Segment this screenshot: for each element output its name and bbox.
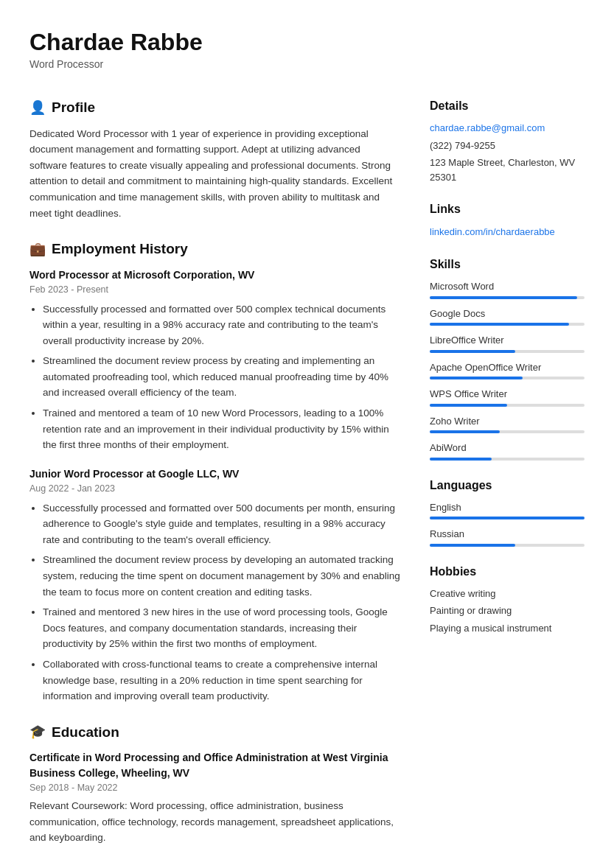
language-bar-fill <box>430 517 585 519</box>
skill-name: WPS Office Writer <box>430 387 585 402</box>
employment-section-title: 💼 Employment History <box>29 239 400 260</box>
skills-list: Microsoft Word Google Docs LibreOffice W… <box>430 279 585 461</box>
email-item: chardae.rabbe@gmail.com <box>430 121 585 136</box>
hobby-item: Creative writing <box>430 587 585 601</box>
details-section: Details chardae.rabbe@gmail.com (322) 79… <box>430 97 585 184</box>
languages-title: Languages <box>430 477 585 494</box>
list-item: Streamlined the document review process … <box>43 353 400 401</box>
profile-section: 👤 Profile Dedicated Word Processor with … <box>29 97 400 221</box>
skill-bar-bg <box>430 458 585 461</box>
skill-item: Microsoft Word <box>430 279 585 299</box>
list-item: Collaborated with cross-functional teams… <box>43 657 400 704</box>
edu-text: Relevant Coursework: Word processing, of… <box>29 798 400 846</box>
education-icon: 🎓 <box>29 722 46 742</box>
skill-bar-fill <box>430 323 569 326</box>
skill-bar-bg <box>430 404 585 407</box>
language-item: Russian <box>430 527 585 547</box>
job-2: Junior Word Processor at Google LLC, WV … <box>29 466 400 704</box>
details-title: Details <box>430 97 585 115</box>
language-item: English <box>430 500 585 520</box>
edu-date: Sep 2018 - May 2022 <box>29 781 400 795</box>
candidate-title: Word Processor <box>29 57 585 72</box>
list-item: Trained and mentored 3 new hires in the … <box>43 604 400 652</box>
skill-name: AbiWord <box>430 441 585 455</box>
job-2-bullets: Successfully processed and formatted ove… <box>29 500 400 704</box>
skill-name: Zoho Writer <box>430 414 585 429</box>
skills-title: Skills <box>430 256 585 273</box>
main-layout: 👤 Profile Dedicated Word Processor with … <box>29 97 585 864</box>
skill-name: Apache OpenOffice Writer <box>430 360 585 375</box>
skill-item: AbiWord <box>430 441 585 461</box>
skill-item: Apache OpenOffice Writer <box>430 360 585 380</box>
skill-bar-bg <box>430 430 585 433</box>
skill-bar-bg <box>430 296 585 299</box>
skill-bar-fill <box>430 404 507 407</box>
languages-list: English Russian <box>430 500 585 547</box>
list-item: Successfully processed and formatted ove… <box>43 500 400 548</box>
linkedin-link[interactable]: linkedin.com/in/chardaerabbe <box>430 226 555 237</box>
job-2-date: Aug 2022 - Jan 2023 <box>29 482 400 496</box>
employment-section: 💼 Employment History Word Processor at M… <box>29 239 400 704</box>
language-bar-bg <box>430 517 585 519</box>
hobby-item: Painting or drawing <box>430 603 585 618</box>
skill-name: Microsoft Word <box>430 279 585 294</box>
right-column: Details chardae.rabbe@gmail.com (322) 79… <box>430 97 585 864</box>
header: Chardae Rabbe Word Processor <box>29 29 585 72</box>
job-2-title: Junior Word Processor at Google LLC, WV <box>29 466 400 482</box>
education-entry-1: Certificate in Word Processing and Offic… <box>29 750 400 846</box>
job-1: Word Processor at Microsoft Corporation,… <box>29 267 400 453</box>
language-name: English <box>430 500 585 515</box>
skill-item: Google Docs <box>430 307 585 326</box>
links-title: Links <box>430 200 585 218</box>
skill-name: LibreOffice Writer <box>430 333 585 348</box>
skill-bar-fill <box>430 350 515 353</box>
profile-icon: 👤 <box>29 98 46 118</box>
left-column: 👤 Profile Dedicated Word Processor with … <box>29 97 400 864</box>
language-bar-fill <box>430 544 515 547</box>
education-section: 🎓 Education Certificate in Word Processi… <box>29 722 400 846</box>
skill-item: LibreOffice Writer <box>430 333 585 353</box>
email-link[interactable]: chardae.rabbe@gmail.com <box>430 122 545 133</box>
employment-icon: 💼 <box>29 239 46 259</box>
language-name: Russian <box>430 527 585 542</box>
skill-bar-fill <box>430 296 577 299</box>
skill-name: Google Docs <box>430 307 585 321</box>
list-item: Trained and mentored a team of 10 new Wo… <box>43 405 400 453</box>
skill-item: WPS Office Writer <box>430 387 585 407</box>
languages-section: Languages English Russian <box>430 477 585 547</box>
skill-item: Zoho Writer <box>430 414 585 434</box>
job-1-title: Word Processor at Microsoft Corporation,… <box>29 267 400 283</box>
profile-section-title: 👤 Profile <box>29 97 400 119</box>
profile-text: Dedicated Word Processor with 1 year of … <box>29 126 400 222</box>
skill-bar-fill <box>430 377 523 379</box>
skill-bar-bg <box>430 350 585 353</box>
hobby-item: Playing a musical instrument <box>430 621 585 636</box>
skill-bar-fill <box>430 430 500 433</box>
address-item: 123 Maple Street, Charleston, WV 25301 <box>430 155 585 184</box>
hobbies-list: Creative writingPainting or drawingPlayi… <box>430 587 585 636</box>
edu-title: Certificate in Word Processing and Offic… <box>29 750 400 781</box>
list-item: Streamlined the document review process … <box>43 552 400 600</box>
candidate-name: Chardae Rabbe <box>29 29 585 55</box>
links-section: Links linkedin.com/in/chardaerabbe <box>430 200 585 239</box>
education-section-title: 🎓 Education <box>29 722 400 743</box>
language-bar-bg <box>430 544 585 547</box>
skill-bar-bg <box>430 323 585 326</box>
skill-bar-bg <box>430 377 585 379</box>
hobbies-title: Hobbies <box>430 563 585 581</box>
skills-section: Skills Microsoft Word Google Docs LibreO… <box>430 256 585 461</box>
hobbies-section: Hobbies Creative writingPainting or draw… <box>430 563 585 636</box>
skill-bar-fill <box>430 458 492 461</box>
resume-page: Chardae Rabbe Word Processor 👤 Profile D… <box>0 0 614 868</box>
job-1-bullets: Successfully processed and formatted ove… <box>29 301 400 453</box>
list-item: Successfully processed and formatted ove… <box>43 301 400 349</box>
job-1-date: Feb 2023 - Present <box>29 283 400 297</box>
phone-item: (322) 794-9255 <box>430 139 585 153</box>
